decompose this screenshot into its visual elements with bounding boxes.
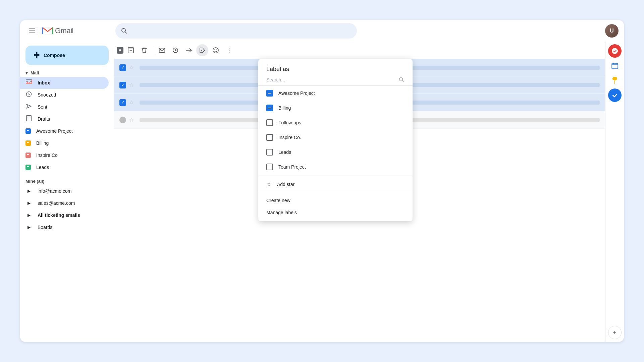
- header-left: Gmail: [25, 24, 113, 38]
- calendar-icon: [611, 62, 618, 69]
- create-new-action[interactable]: Create new: [258, 194, 413, 206]
- label-as-button[interactable]: [196, 44, 208, 56]
- compose-label: Compose: [44, 53, 65, 58]
- awesome-project-label: Awesome Project: [36, 128, 103, 134]
- svg-rect-5: [26, 79, 32, 83]
- more-options-button[interactable]: ⋮: [223, 44, 235, 56]
- sidebar-item-billing[interactable]: Billing: [20, 137, 109, 149]
- svg-rect-16: [27, 154, 29, 155]
- add-star-action[interactable]: ☆ Add star: [258, 177, 413, 191]
- label-item-team-project[interactable]: Team Project: [258, 160, 413, 174]
- label-item-awesome-project[interactable]: Awesome Project: [258, 86, 413, 101]
- mark-read-button[interactable]: [156, 44, 168, 56]
- label-search-input[interactable]: [266, 77, 396, 82]
- sidebar-item-boards[interactable]: ▶ Boards: [20, 221, 109, 233]
- label-item-billing[interactable]: Billing: [258, 101, 413, 115]
- filter-button[interactable]: [210, 44, 222, 56]
- email-checkbox[interactable]: ✓: [119, 82, 126, 88]
- compose-button[interactable]: ✚ Compose: [25, 46, 109, 65]
- awesome-project-checkbox[interactable]: [266, 90, 273, 97]
- chevron-down-icon: ▾: [25, 70, 28, 75]
- sent-label: Sent: [38, 104, 103, 110]
- mine-all-section[interactable]: Mine (all): [20, 176, 114, 185]
- sidebar-item-snoozed[interactable]: Snoozed: [20, 89, 109, 101]
- mine-section-label: Mine (all): [25, 179, 44, 184]
- dropdown-title: Label as: [258, 59, 413, 77]
- move-to-button[interactable]: [183, 44, 195, 56]
- clock-icon: [25, 91, 32, 99]
- svg-line-28: [402, 80, 404, 82]
- snooze-icon: [172, 47, 178, 53]
- add-apps-button[interactable]: +: [608, 326, 622, 339]
- svg-rect-15: [26, 154, 31, 157]
- archive-button[interactable]: [125, 44, 137, 56]
- checkmark-icon: [611, 92, 618, 99]
- right-sidebar: +: [605, 42, 624, 342]
- sidebar-item-awesome-project[interactable]: Awesome Project: [20, 125, 109, 137]
- billing-checkbox[interactable]: [266, 105, 273, 111]
- mail-section-label: Mail: [31, 70, 39, 75]
- team-project-checkbox[interactable]: [266, 164, 273, 170]
- select-all-button[interactable]: ■: [117, 47, 123, 54]
- snoozed-label: Snoozed: [38, 92, 103, 98]
- sidebar-item-leads[interactable]: Leads: [20, 161, 109, 173]
- dropdown-search-container: [258, 77, 413, 86]
- label-item-inspire-co[interactable]: Inspire Co.: [258, 130, 413, 145]
- menu-button[interactable]: [25, 24, 39, 38]
- create-new-label: Create new: [266, 198, 290, 203]
- archive-icon: [128, 47, 134, 53]
- svg-rect-11: [26, 129, 31, 133]
- sidebar-item-inspire-co[interactable]: Inspire Co: [20, 149, 109, 161]
- label-as-dropdown: Label as Awesome Project: [258, 59, 413, 221]
- user-avatar[interactable]: U: [605, 24, 619, 38]
- keep-button[interactable]: [608, 74, 622, 87]
- snooze-button[interactable]: [169, 44, 181, 56]
- star-icon[interactable]: ☆: [126, 62, 137, 73]
- email-checkbox[interactable]: ✓: [119, 99, 126, 106]
- tasks-icon: [611, 48, 618, 54]
- svg-point-23: [201, 50, 202, 51]
- search-bar[interactable]: [115, 23, 357, 39]
- svg-rect-1: [29, 31, 35, 31]
- label-item-leads[interactable]: Leads: [258, 145, 413, 160]
- star-icon[interactable]: ☆: [126, 115, 137, 125]
- compose-plus-icon: ✚: [34, 51, 40, 60]
- search-icon: [121, 27, 127, 34]
- inspire-co-dropdown-label: Inspire Co.: [278, 135, 301, 140]
- tasks2-button[interactable]: [608, 88, 622, 102]
- sidebar-item-sent[interactable]: Sent: [20, 101, 109, 113]
- sidebar-item-info[interactable]: ▶ info@acme.com: [20, 185, 109, 197]
- svg-rect-21: [159, 48, 165, 52]
- sidebar-item-ticketing[interactable]: ▶ All ticketing emails: [20, 209, 109, 221]
- gmail-logo: Gmail: [42, 26, 73, 36]
- sidebar-item-drafts[interactable]: Drafts: [20, 113, 109, 125]
- tasks-button[interactable]: [608, 44, 622, 58]
- svg-rect-0: [29, 28, 35, 29]
- awesome-project-icon: [25, 128, 31, 134]
- leads-label: Leads: [36, 165, 103, 170]
- manage-labels-action[interactable]: Manage labels: [258, 206, 413, 219]
- label-icon: [199, 47, 205, 53]
- drafts-icon: [25, 115, 32, 123]
- email-checkbox[interactable]: ✓: [119, 64, 126, 71]
- awesome-project-dropdown-label: Awesome Project: [278, 90, 315, 96]
- follow-ups-checkbox[interactable]: [266, 119, 273, 126]
- inspire-co-checkbox[interactable]: [266, 134, 273, 141]
- sidebar: ✚ Compose ▾ Mail Inbox Snoozed: [20, 42, 114, 342]
- plus-icon: +: [613, 329, 616, 336]
- leads-checkbox[interactable]: [266, 149, 273, 156]
- delete-button[interactable]: [138, 44, 150, 56]
- dropdown-divider-1: [258, 176, 413, 176]
- svg-rect-13: [26, 141, 31, 145]
- expand-info-icon: ▶: [25, 189, 32, 193]
- more-icon: ⋮: [226, 47, 232, 54]
- sidebar-item-sales[interactable]: ▶ sales@acme.com: [20, 197, 109, 209]
- sidebar-item-inbox[interactable]: Inbox: [20, 77, 109, 89]
- calendar-button[interactable]: [608, 59, 622, 72]
- svg-point-24: [213, 48, 218, 53]
- label-item-follow-ups[interactable]: Follow-ups: [258, 115, 413, 130]
- mail-section[interactable]: ▾ Mail: [20, 68, 114, 77]
- star-icon[interactable]: ☆: [126, 80, 137, 90]
- star-icon[interactable]: ☆: [126, 97, 137, 108]
- header: Gmail U: [20, 20, 624, 42]
